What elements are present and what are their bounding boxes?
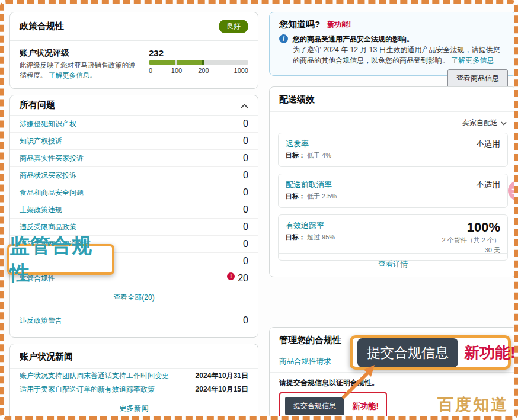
- delivery-panel-header: 配送绩效: [270, 87, 516, 112]
- notice-header: 您知道吗? 新功能!: [270, 12, 516, 31]
- notice-body: i 您的商品受通用产品安全法规的影响。 为了遵守 2024 年 12 月 13 …: [270, 31, 516, 66]
- issue-link[interactable]: 食品和商品安全问题: [20, 188, 84, 198]
- news-item: 适用于卖家自配送订单的新有效追踪率政策 2024年10月15日: [10, 383, 258, 396]
- issue-count: ! 20: [227, 273, 248, 284]
- view-all-link[interactable]: 查看全部(20): [113, 293, 154, 302]
- delivery-panel-body: 卖家自配送 迟发率 目标： 低于 4% 不适用: [270, 112, 516, 261]
- issue-count: 0: [243, 136, 248, 146]
- metric-target: 目标： 低于 4%: [286, 151, 331, 160]
- gauge-value-marker: [202, 60, 204, 65]
- chevron-down-icon: [501, 119, 507, 127]
- issue-link[interactable]: 商品真实性买家投诉: [20, 153, 84, 163]
- delivery-footer: 查看详情: [278, 253, 508, 277]
- metric-value: 100%: [442, 220, 500, 235]
- did-you-know-panel: 您知道吗? 新功能! i 您的商品受通用产品安全法规的影响。 为了遵守 2024…: [269, 12, 517, 76]
- rating-description: 此评级反映了您对亚马逊销售政策的遵循程度。 了解更多信息。: [20, 60, 138, 80]
- gauge-tick-labels: 0 100 200 1000: [149, 67, 248, 75]
- gauge-tick: 1000: [234, 67, 248, 74]
- gauge-tick: 200: [198, 67, 209, 74]
- notice-title: 您知道吗?: [279, 19, 320, 30]
- issue-row: 上架政策违规 0: [10, 201, 258, 219]
- view-all-row: 查看全部(20): [10, 287, 258, 309]
- regulatory-compliance-callout: 监管合规性: [7, 244, 114, 275]
- info-icon: i: [279, 34, 288, 43]
- issues-panel-header: 所有问题: [10, 95, 258, 116]
- gauge-segment-2: [177, 60, 202, 65]
- translate-glyph: 文A: [512, 186, 518, 196]
- policy-warning-count: 0: [243, 315, 248, 326]
- metric-left: 迟发率 目标： 低于 4%: [286, 139, 331, 161]
- chevron-up-icon[interactable]: [241, 100, 248, 111]
- submit-instruction: 请提交合规信息以证明合规性。: [279, 378, 507, 388]
- news-link[interactable]: 适用于卖家自配送订单的新有效追踪率政策: [20, 384, 155, 395]
- policy-panel-title: 政策合规性: [20, 21, 64, 32]
- issue-link[interactable]: 商品状况买家投诉: [20, 171, 76, 181]
- issue-row: 商品真实性买家投诉 0: [10, 150, 258, 167]
- metric-card-pre-cancel: 配送前取消率 目标： 低于 2.5% 不适用: [278, 174, 508, 208]
- news-date: 2024年10月15日: [196, 384, 248, 395]
- rating-gauge-block: 232 0 100 200 1000: [149, 48, 248, 80]
- target-label: 目标：: [286, 193, 305, 200]
- metric-link[interactable]: 迟发率: [286, 139, 331, 149]
- metric-left: 配送前取消率 目标： 低于 2.5%: [286, 179, 337, 202]
- watermark: 百度知道: [437, 394, 509, 415]
- issue-row: 涉嫌侵犯知识产权 0: [10, 116, 258, 133]
- issue-link[interactable]: 知识产权投诉: [20, 136, 62, 146]
- manage-panel-title: 管理您的合规性: [279, 335, 341, 345]
- rating-value: 232: [149, 48, 248, 58]
- policy-warning-link[interactable]: 违反政策警告: [20, 316, 62, 326]
- issue-count: 0: [243, 256, 248, 267]
- issue-row: 知识产权投诉 0: [10, 133, 258, 150]
- regulatory-callout-text: 监管合规性: [9, 232, 112, 287]
- issue-count: 0: [243, 222, 248, 232]
- issues-panel-title: 所有问题: [20, 100, 55, 111]
- news-link[interactable]: 账户状况支持团队周末普通话支持工作时间变更: [20, 371, 169, 381]
- metric-right: 100% 2 个货件（共 2 个） 30 天: [442, 220, 500, 255]
- issue-count: 0: [243, 239, 248, 249]
- metric-value: 不适用: [477, 139, 501, 161]
- issue-link[interactable]: 涉嫌侵犯知识产权: [20, 119, 76, 129]
- gauge-tick: 0: [149, 67, 152, 74]
- policy-panel-header: 政策合规性 良好: [10, 12, 258, 40]
- alert-icon: !: [227, 272, 235, 280]
- delivery-performance-panel: 配送绩效 卖家自配送 迟发率 目标： 低于 4%: [269, 86, 517, 277]
- issue-row: 食品和商品安全问题 0: [10, 184, 258, 201]
- fulfillment-filter-dropdown[interactable]: 卖家自配送: [278, 117, 508, 133]
- view-product-info-button[interactable]: 查看商品信息: [447, 69, 508, 88]
- rating-text-block: 账户状况评级 此评级反映了您对亚马逊销售政策的遵循程度。 了解更多信息。: [20, 48, 138, 80]
- notice-button-row: 查看商品信息: [270, 66, 516, 88]
- notice-text: 您的商品受通用产品安全法规的影响。 为了遵守 2024 年 12 月 13 日生…: [293, 34, 507, 66]
- policy-warning-row: 违反政策警告 0: [10, 309, 258, 328]
- metric-shipments: 2 个货件（共 2 个）: [442, 236, 500, 245]
- target-value: 超过 95%: [307, 233, 335, 241]
- rating-gauge: [149, 60, 248, 65]
- delivery-panel-title: 配送绩效: [279, 94, 315, 104]
- issue-count: 0: [243, 187, 248, 198]
- view-details-link[interactable]: 查看详情: [378, 260, 408, 268]
- rating-title: 账户状况评级: [20, 48, 138, 59]
- learn-more-link[interactable]: 了解更多信息。: [49, 72, 97, 79]
- metric-target: 目标： 超过 95%: [286, 233, 335, 242]
- compliance-request-link[interactable]: 商品合规性请求: [279, 357, 331, 366]
- more-news-link[interactable]: 更多新闻: [119, 404, 149, 412]
- issue-link[interactable]: 上架政策违规: [20, 205, 62, 215]
- target-value: 低于 4%: [307, 152, 331, 159]
- issue-link[interactable]: 违反受限商品政策: [20, 222, 76, 232]
- metric-value: 不适用: [477, 179, 501, 202]
- issue-count: 0: [243, 170, 248, 181]
- issue-count: 0: [243, 153, 248, 163]
- notice-learn-more-link[interactable]: 了解更多信息: [451, 56, 494, 65]
- target-label: 目标：: [286, 152, 305, 159]
- metric-link[interactable]: 有效追踪率: [286, 220, 335, 231]
- page-frame: 政策合规性 良好 账户状况评级 此评级反映了您对亚马逊销售政策的遵循程度。 了解…: [0, 0, 518, 420]
- all-issues-panel: 所有问题 涉嫌侵犯知识产权 0 知识产权投诉 0 商品真实性买家投诉 0 商品状…: [9, 95, 258, 338]
- target-value: 低于 2.5%: [307, 193, 337, 200]
- metric-left: 有效追踪率 目标： 超过 95%: [286, 220, 335, 255]
- issue-count: 0: [243, 204, 248, 215]
- health-status-badge: 良好: [219, 20, 248, 33]
- callout-arrow-icon: [328, 363, 383, 403]
- left-column: 政策合规性 良好 账户状况评级 此评级反映了您对亚马逊销售政策的遵循程度。 了解…: [9, 12, 258, 420]
- target-label: 目标：: [286, 233, 305, 241]
- metric-link[interactable]: 配送前取消率: [286, 179, 337, 190]
- account-health-rating: 账户状况评级 此评级反映了您对亚马逊销售政策的遵循程度。 了解更多信息。 232…: [10, 41, 258, 88]
